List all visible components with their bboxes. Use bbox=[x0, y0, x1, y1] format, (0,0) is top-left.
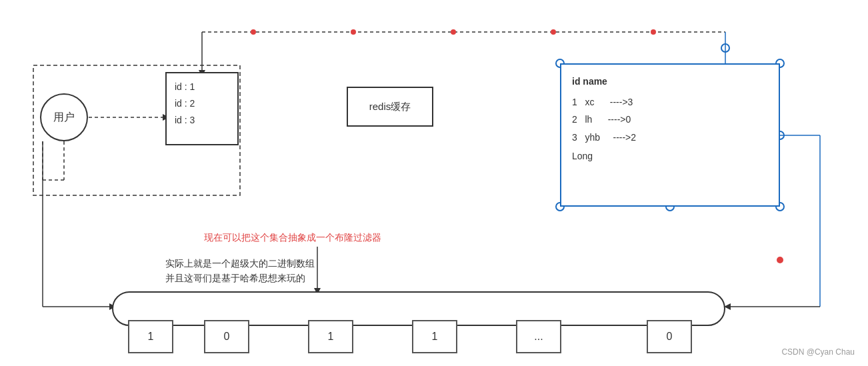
annotation-line1: 实际上就是一个超级大的二进制数组 bbox=[165, 256, 315, 271]
svg-point-2 bbox=[351, 29, 356, 35]
annotation-red: 现在可以把这个集合抽象成一个布隆过滤器 bbox=[204, 232, 381, 244]
binary-cell-dots: ... bbox=[516, 320, 561, 353]
binary-cell-1: 0 bbox=[204, 320, 249, 353]
db-row-2: 2 lh ---->0 bbox=[572, 111, 768, 129]
annotation-black: 实际上就是一个超级大的二进制数组 并且这哥们是基于哈希思想来玩的 bbox=[165, 256, 315, 286]
db-table: id name 1 xc ---->3 2 lh ---->0 3 yhb --… bbox=[560, 63, 780, 207]
svg-point-4 bbox=[551, 29, 556, 35]
diagram-canvas: 用户 id : 1 id : 2 id : 3 redis缓存 id name … bbox=[0, 0, 868, 366]
binary-cell-3: 1 bbox=[412, 320, 457, 353]
db-row-1: 1 xc ---->3 bbox=[572, 93, 768, 111]
redis-box: redis缓存 bbox=[347, 87, 433, 127]
svg-point-24 bbox=[777, 257, 783, 263]
binary-cell-last: 0 bbox=[647, 320, 692, 353]
db-table-header: id name bbox=[572, 73, 768, 91]
user-label: 用户 bbox=[53, 111, 75, 125]
svg-point-5 bbox=[651, 29, 656, 35]
watermark: CSDN @Cyan Chau bbox=[781, 347, 855, 357]
svg-point-1 bbox=[251, 29, 256, 35]
id-row-3: id : 3 bbox=[175, 112, 229, 129]
annotation-line2: 并且这哥们是基于哈希思想来玩的 bbox=[165, 271, 315, 285]
id-row-1: id : 1 bbox=[175, 79, 229, 95]
user-circle: 用户 bbox=[40, 93, 88, 141]
redis-label: redis缓存 bbox=[369, 101, 411, 113]
db-row-3: 3 yhb ---->2 bbox=[572, 129, 768, 147]
id-table: id : 1 id : 2 id : 3 bbox=[165, 72, 239, 145]
binary-cell-2: 1 bbox=[308, 320, 353, 353]
id-row-2: id : 2 bbox=[175, 95, 229, 112]
db-footer: Long bbox=[572, 147, 768, 165]
svg-point-3 bbox=[451, 29, 456, 35]
binary-cell-0: 1 bbox=[128, 320, 173, 353]
svg-point-6 bbox=[721, 44, 729, 52]
